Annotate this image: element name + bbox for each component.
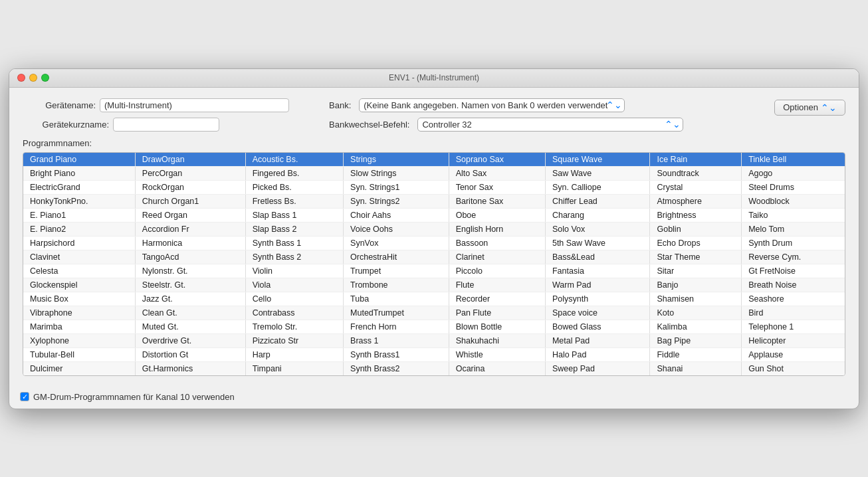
table-cell[interactable]: Synth Brass1 (344, 347, 449, 361)
table-cell[interactable]: Steel Drums (742, 180, 845, 194)
table-cell[interactable]: Violin (245, 264, 343, 278)
table-row[interactable]: XylophoneOverdrive Gt.Pizzicato StrBrass… (23, 334, 845, 347)
table-cell[interactable]: Reverse Cym. (742, 250, 845, 264)
table-cell[interactable]: Music Box (23, 292, 135, 306)
table-cell[interactable]: Contrabass (245, 306, 343, 320)
table-cell[interactable]: Bag Pipe (650, 334, 742, 347)
zoom-button[interactable] (41, 74, 49, 82)
table-cell[interactable]: RockOrgan (135, 180, 245, 194)
table-cell[interactable]: Bass&Lead (545, 250, 650, 264)
table-cell[interactable]: Polysynth (545, 292, 650, 306)
table-cell[interactable]: Kalimba (650, 320, 742, 334)
table-row[interactable]: E. Piano1Reed OrganSlap Bass 1Choir Aahs… (23, 208, 845, 222)
table-cell[interactable]: English Horn (449, 222, 545, 236)
table-cell[interactable]: Breath Noise (742, 278, 845, 292)
bank-select[interactable]: (Keine Bank angegeben. Namen von Bank 0 … (359, 98, 625, 112)
table-cell[interactable]: Square Wave (545, 153, 650, 167)
geratekurzname-input[interactable] (113, 118, 219, 132)
table-cell[interactable]: Fingered Bs. (245, 166, 343, 180)
table-cell[interactable]: Overdrive Gt. (135, 334, 245, 347)
table-row[interactable]: Bright PianoPercOrganFingered Bs.Slow St… (23, 166, 845, 180)
table-cell[interactable]: Harmonica (135, 236, 245, 250)
table-cell[interactable]: Bright Piano (23, 166, 135, 180)
table-cell[interactable]: Fiddle (650, 347, 742, 361)
table-row[interactable]: ClavinetTangoAcdSynth Bass 2OrchestraHit… (23, 250, 845, 264)
table-row[interactable]: HonkyTonkPno.Church Organ1Fretless Bs.Sy… (23, 194, 845, 208)
table-cell[interactable]: Picked Bs. (245, 180, 343, 194)
table-cell[interactable]: Gun Shot (742, 361, 845, 375)
table-cell[interactable]: Slap Bass 2 (245, 222, 343, 236)
table-cell[interactable]: Seashore (742, 292, 845, 306)
table-cell[interactable]: Church Organ1 (135, 194, 245, 208)
table-cell[interactable]: Warm Pad (545, 278, 650, 292)
table-cell[interactable]: PercOrgan (135, 166, 245, 180)
table-cell[interactable]: Marimba (23, 320, 135, 334)
table-cell[interactable]: 5th Saw Wave (545, 236, 650, 250)
table-cell[interactable]: Strings (344, 153, 449, 167)
table-cell[interactable]: Sitar (650, 264, 742, 278)
table-cell[interactable]: Timpani (245, 361, 343, 375)
table-cell[interactable]: Clarinet (449, 250, 545, 264)
table-row[interactable]: Music BoxJazz Gt.CelloTubaRecorderPolysy… (23, 292, 845, 306)
table-cell[interactable]: Slow Strings (344, 166, 449, 180)
table-cell[interactable]: Synth Brass2 (344, 361, 449, 375)
table-cell[interactable]: Accordion Fr (135, 222, 245, 236)
table-cell[interactable]: Sweep Pad (545, 361, 650, 375)
table-cell[interactable]: French Horn (344, 320, 449, 334)
table-cell[interactable]: Koto (650, 306, 742, 320)
table-cell[interactable]: Grand Piano (23, 153, 135, 167)
table-cell[interactable]: Shamisen (650, 292, 742, 306)
table-cell[interactable]: Celesta (23, 264, 135, 278)
table-cell[interactable]: Syn. Strings1 (344, 180, 449, 194)
table-cell[interactable]: Goblin (650, 222, 742, 236)
table-cell[interactable]: Distortion Gt (135, 347, 245, 361)
options-button[interactable]: Optionen ⌃⌄ (774, 100, 845, 116)
gm-drum-checkbox-label[interactable]: ✓ GM-Drum-Programmnamen für Kanal 10 ver… (20, 392, 235, 402)
table-cell[interactable]: Solo Vox (545, 222, 650, 236)
table-cell[interactable]: Viola (245, 278, 343, 292)
table-cell[interactable]: Shanai (650, 361, 742, 375)
table-row[interactable]: GlockenspielSteelstr. Gt.ViolaTromboneFl… (23, 278, 845, 292)
table-cell[interactable]: Agogo (742, 166, 845, 180)
table-cell[interactable]: Acoustic Bs. (245, 153, 343, 167)
table-cell[interactable]: Pan Flute (449, 306, 545, 320)
table-row[interactable]: Grand PianoDrawOrganAcoustic Bs.StringsS… (23, 153, 845, 167)
table-cell[interactable]: OrchestraHit (344, 250, 449, 264)
table-cell[interactable]: Syn. Calliope (545, 180, 650, 194)
table-row[interactable]: VibraphoneClean Gt.ContrabassMutedTrumpe… (23, 306, 845, 320)
table-cell[interactable]: Clean Gt. (135, 306, 245, 320)
table-cell[interactable]: Piccolo (449, 264, 545, 278)
table-cell[interactable]: Gt FretNoise (742, 264, 845, 278)
table-cell[interactable]: MutedTrumpet (344, 306, 449, 320)
gm-drum-checkbox[interactable]: ✓ (20, 392, 29, 401)
table-row[interactable]: E. Piano2Accordion FrSlap Bass 2Voice Oo… (23, 222, 845, 236)
bankwechsel-select[interactable]: Controller 32 (417, 118, 683, 132)
table-cell[interactable]: HonkyTonkPno. (23, 194, 135, 208)
table-cell[interactable]: Brass 1 (344, 334, 449, 347)
table-cell[interactable]: Synth Bass 2 (245, 250, 343, 264)
table-cell[interactable]: Echo Drops (650, 236, 742, 250)
table-cell[interactable]: Clavinet (23, 250, 135, 264)
table-cell[interactable]: Nylonstr. Gt. (135, 264, 245, 278)
table-row[interactable]: MarimbaMuted Gt.Tremolo Str.French HornB… (23, 320, 845, 334)
table-cell[interactable]: Space voice (545, 306, 650, 320)
table-cell[interactable]: Tenor Sax (449, 180, 545, 194)
table-cell[interactable]: Steelstr. Gt. (135, 278, 245, 292)
table-cell[interactable]: Reed Organ (135, 208, 245, 222)
table-cell[interactable]: Synth Drum (742, 236, 845, 250)
table-cell[interactable]: Choir Aahs (344, 208, 449, 222)
table-cell[interactable]: E. Piano1 (23, 208, 135, 222)
table-cell[interactable]: Trumpet (344, 264, 449, 278)
table-row[interactable]: DulcimerGt.HarmonicsTimpaniSynth Brass2O… (23, 361, 845, 375)
table-cell[interactable]: Crystal (650, 180, 742, 194)
table-row[interactable]: Tubular-BellDistortion GtHarpSynth Brass… (23, 347, 845, 361)
table-cell[interactable]: Melo Tom (742, 222, 845, 236)
table-cell[interactable]: Tremolo Str. (245, 320, 343, 334)
table-cell[interactable]: TangoAcd (135, 250, 245, 264)
table-cell[interactable]: SynVox (344, 236, 449, 250)
table-cell[interactable]: Jazz Gt. (135, 292, 245, 306)
minimize-button[interactable] (29, 74, 37, 82)
table-cell[interactable]: Applause (742, 347, 845, 361)
table-cell[interactable]: Banjo (650, 278, 742, 292)
table-cell[interactable]: ElectricGrand (23, 180, 135, 194)
